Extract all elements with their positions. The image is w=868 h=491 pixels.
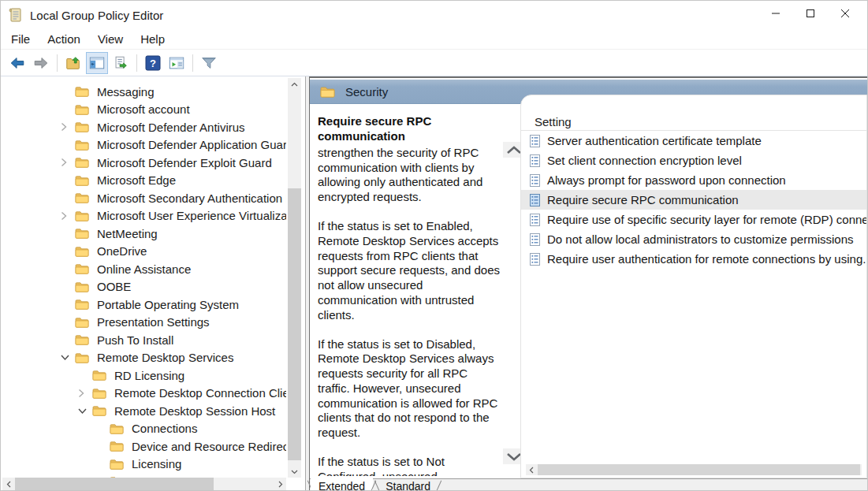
- tree-item[interactable]: Licensing: [1, 456, 286, 474]
- tree-item-label: RD Licensing: [114, 369, 184, 382]
- setting-column-header[interactable]: Setting: [521, 113, 866, 131]
- folder-icon: [75, 281, 89, 292]
- tab-extended[interactable]: Extended: [311, 478, 373, 491]
- selected-node-label: Security: [345, 85, 388, 99]
- forward-button[interactable]: [30, 52, 52, 74]
- export-list-button[interactable]: [110, 52, 132, 74]
- show-action-pane-button[interactable]: [166, 52, 188, 74]
- folder-icon: [92, 388, 106, 399]
- tree-item[interactable]: Microsoft Defender Antivirus: [1, 118, 286, 136]
- tree-item[interactable]: Remote Desktop Services: [1, 349, 286, 367]
- tree-item[interactable]: Remote Desktop Connection Client: [1, 385, 286, 403]
- setting-doc-icon: [529, 135, 541, 147]
- tree-item[interactable]: Microsoft Edge: [1, 172, 286, 190]
- description-paragraph: If the status is set to Disabled, Remote…: [318, 337, 502, 441]
- console-tree-pane: Messaging Microsoft account Microsoft De…: [1, 76, 306, 491]
- scroll-right-arrow[interactable]: [274, 478, 286, 490]
- scroll-up-arrow[interactable]: [288, 78, 301, 90]
- scroll-left-arrow[interactable]: [526, 464, 537, 475]
- tree-item-label: Microsoft Secondary Authentication Facto…: [97, 192, 286, 205]
- tree-item[interactable]: Microsoft Defender Application Guard: [1, 136, 286, 154]
- setting-doc-icon: [529, 233, 541, 246]
- minimize-button[interactable]: [758, 2, 793, 25]
- show-console-tree-button[interactable]: [86, 52, 108, 74]
- folder-icon: [110, 459, 124, 470]
- setting-row[interactable]: Always prompt for password upon connecti…: [521, 170, 866, 190]
- tree-item-label: OneDrive: [97, 244, 147, 258]
- tree-item[interactable]: Microsoft Secondary Authentication Facto…: [1, 189, 286, 207]
- tree-item[interactable]: Device and Resource Redirection: [1, 437, 286, 456]
- chevron-right-icon[interactable]: [61, 158, 67, 167]
- chevron-down-icon[interactable]: [78, 407, 87, 415]
- tree-item[interactable]: Presentation Settings: [1, 314, 286, 332]
- setting-row[interactable]: Server authentication certificate templa…: [521, 131, 866, 151]
- scrollbar-thumb[interactable]: [288, 188, 301, 460]
- tree-item[interactable]: Connections: [1, 420, 286, 438]
- menu-help[interactable]: Help: [132, 30, 173, 48]
- tree-item[interactable]: Portable Operating System: [1, 296, 286, 314]
- folder-icon: [320, 86, 335, 98]
- minimize-icon: [771, 9, 780, 18]
- folder-icon: [75, 104, 89, 115]
- forward-icon: [32, 54, 50, 72]
- chevron-right-icon[interactable]: [78, 389, 84, 398]
- title-bar: Local Group Policy Editor: [1, 1, 867, 29]
- filter-button[interactable]: [198, 52, 220, 74]
- back-button[interactable]: [6, 52, 28, 74]
- tree-vertical-scrollbar[interactable]: [288, 78, 301, 478]
- chevron-right-icon[interactable]: [61, 122, 67, 132]
- scroll-left-arrow[interactable]: [2, 478, 14, 490]
- close-button[interactable]: [828, 2, 862, 25]
- folder-icon: [75, 352, 89, 363]
- scrollbar-thumb[interactable]: [538, 464, 860, 475]
- tree-item[interactable]: Remote Desktop Session Host: [1, 402, 286, 420]
- setting-row[interactable]: Require use of specific security layer f…: [521, 210, 866, 229]
- scrollbar-thumb[interactable]: [15, 478, 214, 490]
- tree-item[interactable]: OneDrive: [1, 243, 286, 261]
- folder-icon: [75, 139, 89, 151]
- setting-doc-icon: [529, 174, 541, 187]
- tree-horizontal-scrollbar[interactable]: [2, 478, 286, 490]
- tree-item-label: Device and Resource Redirection: [132, 440, 286, 453]
- menu-action[interactable]: Action: [39, 30, 89, 48]
- tree-item[interactable]: Microsoft account: [1, 101, 286, 119]
- tree-item-label: Microsoft Defender Exploit Guard: [97, 156, 272, 169]
- tree-item[interactable]: Online Assistance: [1, 260, 286, 278]
- help-button[interactable]: ?: [142, 52, 164, 74]
- tree-item[interactable]: Push To Install: [1, 331, 286, 349]
- tree-item-label: Portable Operating System: [97, 298, 239, 311]
- tree-item-label: Messaging: [97, 85, 155, 99]
- setting-row[interactable]: Do not allow local administrators to cus…: [521, 229, 866, 249]
- maximize-button[interactable]: [793, 2, 828, 25]
- tree-item-label: Licensing: [132, 457, 181, 471]
- scroll-down-arrow[interactable]: [288, 466, 301, 478]
- tree-item-label: Remote Desktop Services: [97, 351, 233, 364]
- folder-icon: [75, 210, 89, 221]
- show-console-tree-icon: [88, 54, 106, 72]
- tree-item[interactable]: OOBE: [1, 278, 286, 296]
- setting-label: Always prompt for password upon connecti…: [547, 173, 786, 187]
- setting-row[interactable]: Set client connection encryption level: [521, 151, 866, 170]
- setting-description-title: Require secure RPC communication: [318, 113, 502, 143]
- chevron-down-icon[interactable]: [61, 354, 69, 361]
- settings-list: Setting Server authentication certificat…: [520, 95, 867, 478]
- tree-item[interactable]: Microsoft Defender Exploit Guard: [1, 154, 286, 172]
- tree-item[interactable]: NetMeeting: [1, 225, 286, 243]
- settings-rows: Server authentication certificate templa…: [521, 131, 866, 269]
- tab-standard[interactable]: Standard: [378, 479, 438, 491]
- content-area: Messaging Microsoft account Microsoft De…: [1, 76, 868, 491]
- export-list-icon: [112, 54, 129, 72]
- tree-item[interactable]: Messaging: [1, 83, 286, 101]
- folder-icon: [92, 370, 106, 381]
- tree-item[interactable]: RD Licensing: [1, 366, 286, 385]
- folder-icon: [75, 192, 89, 203]
- tree-item-label: Microsoft Defender Antivirus: [97, 121, 245, 134]
- menu-file[interactable]: File: [2, 30, 39, 48]
- chevron-right-icon[interactable]: [61, 211, 67, 221]
- settings-horizontal-scrollbar[interactable]: [526, 464, 862, 475]
- tree-item[interactable]: Microsoft User Experience Virtualization: [1, 207, 286, 225]
- setting-row[interactable]: Require user authentication for remote c…: [521, 249, 866, 269]
- up-one-level-button[interactable]: [62, 52, 84, 74]
- menu-view[interactable]: View: [89, 30, 132, 48]
- setting-row[interactable]: Require secure RPC communication: [521, 190, 866, 210]
